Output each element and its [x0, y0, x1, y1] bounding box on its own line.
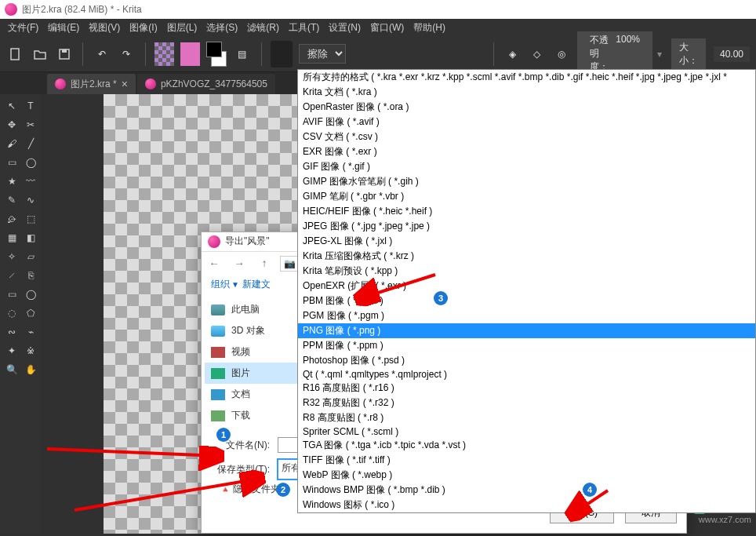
nav-back-button[interactable]: ← — [205, 254, 224, 273]
new-doc-button[interactable] — [6, 43, 24, 65]
nav-forward-button[interactable]: → — [230, 254, 249, 273]
format-option[interactable]: PBM 图像 ( *.pbm ) — [298, 294, 755, 308]
menu-view[interactable]: 视图(V) — [85, 20, 123, 36]
mirror-v-button[interactable]: ◇ — [528, 43, 546, 65]
new-folder-button[interactable]: 新建文 — [242, 278, 271, 291]
pattern-tool[interactable]: ▦ — [3, 229, 20, 246]
menu-file[interactable]: 文件(F) — [5, 20, 42, 36]
format-option[interactable]: TGA 图像 ( *.tga *.icb *.tpic *.vda *.vst … — [298, 438, 755, 453]
sel-magnetic-tool[interactable]: ⌁ — [22, 323, 39, 341]
freehand-tool[interactable]: ∿ — [22, 191, 39, 209]
sidebar-item-doc[interactable]: 文档 — [205, 384, 300, 405]
format-option[interactable]: Qt ( *.qml *.qmltypes *.qmlproject ) — [298, 368, 755, 381]
format-option[interactable]: OpenRaster 图像 ( *.ora ) — [298, 100, 755, 115]
size-value[interactable]: 40.00 — [714, 46, 750, 62]
format-option[interactable]: WebP 图像 ( *.webp ) — [298, 468, 755, 483]
expand-icon[interactable]: 🔺 — [220, 485, 230, 494]
ellipse-tool[interactable]: ◯ — [22, 154, 39, 171]
brush-tool[interactable]: 🖌 — [3, 135, 20, 152]
gradient-tool[interactable]: ◧ — [22, 229, 39, 246]
format-option[interactable]: PNG 图像 ( *.png ) — [298, 323, 755, 338]
reference-tool[interactable]: ⎘ — [22, 267, 39, 284]
menu-help[interactable]: 帮助(H) — [410, 20, 449, 36]
pattern-swatch[interactable] — [154, 42, 174, 66]
format-option[interactable]: R16 高度贴图 ( *.r16 ) — [298, 381, 755, 396]
format-option[interactable]: TIFF 图像 ( *.tif *.tiff ) — [298, 453, 755, 468]
open-button[interactable] — [31, 43, 49, 65]
sidebar-item-obj3d[interactable]: 3D 对象 — [205, 320, 300, 341]
menu-image[interactable]: 图像(I) — [126, 20, 160, 36]
menu-select[interactable]: 选择(S) — [203, 20, 241, 36]
transform-tool[interactable]: ✥ — [3, 116, 20, 133]
sidebar-item-video[interactable]: 视频 — [205, 341, 300, 363]
format-option[interactable]: GIF 图像 ( *.gif ) — [298, 159, 755, 174]
redo-button[interactable]: ↷ — [117, 43, 135, 65]
sel-free-tool[interactable]: ◌ — [3, 304, 20, 322]
path-tool[interactable]: 〰 — [22, 173, 39, 190]
format-option[interactable]: CSV 文档 ( *.csv ) — [298, 129, 755, 144]
close-icon[interactable]: × — [122, 78, 128, 90]
format-option[interactable]: EXR 图像 ( *.exr ) — [298, 144, 755, 159]
menu-filter[interactable]: 滤镜(R) — [244, 20, 282, 36]
file-format-dropdown-list[interactable]: 所有支持的格式 ( *.kra *.exr *.krz *.kpp *.scml… — [297, 69, 756, 513]
tab-doc-1[interactable]: 图片2.kra * × — [47, 74, 136, 94]
text-tool[interactable]: T — [22, 97, 39, 115]
format-option[interactable]: OpenEXR (扩展) ( *.exr ) — [298, 279, 755, 294]
pencil-tool[interactable]: ✎ — [3, 191, 20, 209]
format-option[interactable]: PPM 图像 ( *.ppm ) — [298, 338, 755, 353]
color-swatch[interactable] — [180, 42, 200, 66]
brush-preview[interactable] — [271, 41, 293, 67]
line-tool[interactable]: ╱ — [22, 135, 39, 152]
fill-tool[interactable]: ⬚ — [22, 210, 39, 228]
menu-window[interactable]: 窗口(W) — [367, 20, 407, 36]
tab-doc-2[interactable]: pKZhVOGZ_3477564505 — [137, 74, 275, 94]
format-option[interactable]: AVIF 图像 ( *.avif ) — [298, 115, 755, 129]
sidebar-item-image[interactable]: 图片 — [205, 363, 300, 384]
format-option[interactable]: PGM 图像 ( *.pgm ) — [298, 308, 755, 323]
format-option[interactable]: Krita 笔刷预设 ( *.kpp ) — [298, 264, 755, 279]
hide-folders-link[interactable]: 隐藏文件夹 — [233, 483, 280, 496]
format-option[interactable]: R32 高度贴图 ( *.r32 ) — [298, 396, 755, 410]
sidebar-item-download[interactable]: 下载 — [205, 405, 300, 426]
fg-bg-colors[interactable] — [206, 42, 227, 67]
wrap-button[interactable]: ◎ — [553, 43, 571, 65]
menu-tools[interactable]: 工具(T) — [285, 20, 322, 36]
format-option[interactable]: Spriter SCML ( *.scml ) — [298, 425, 755, 438]
sel-contig-tool[interactable]: ✦ — [3, 342, 20, 359]
sidebar-item-pc[interactable]: 此电脑 — [205, 299, 300, 320]
nav-up-button[interactable]: ↑ — [255, 254, 274, 273]
cursor-tool[interactable]: ↖ — [3, 97, 20, 115]
format-option[interactable]: Krita 文档 ( *.kra ) — [298, 85, 755, 100]
perspective-tool[interactable]: ▱ — [22, 248, 39, 265]
save-button[interactable] — [55, 43, 73, 65]
color-picker-tool[interactable]: ⌮ — [3, 210, 20, 228]
undo-button[interactable]: ↶ — [93, 43, 111, 65]
smart-tool[interactable]: ✧ — [3, 248, 20, 265]
format-option[interactable]: Krita 压缩图像格式 ( *.krz ) — [298, 249, 755, 264]
sel-bezier-tool[interactable]: ∾ — [3, 323, 20, 341]
location-icon[interactable]: 📷 — [280, 256, 299, 272]
rect-tool[interactable]: ▭ — [3, 154, 20, 171]
zoom-tool[interactable]: 🔍 — [3, 361, 20, 378]
format-option[interactable]: GIMP 图像水管笔刷 ( *.gih ) — [298, 174, 755, 189]
format-option[interactable]: GIMP 笔刷 ( *.gbr *.vbr ) — [298, 189, 755, 204]
measure-tool[interactable]: ⟋ — [3, 267, 20, 284]
format-option[interactable]: Windows 图标 ( *.ico ) — [298, 498, 755, 512]
sel-rect-tool[interactable]: ▭ — [3, 286, 20, 303]
format-option[interactable]: HEIC/HEIF 图像 ( *.heic *.heif ) — [298, 204, 755, 219]
menu-settings[interactable]: 设置(N) — [325, 20, 364, 36]
format-option[interactable]: JPEG 图像 ( *.jpg *.jpeg *.jpe ) — [298, 219, 755, 234]
menu-edit[interactable]: 编辑(E) — [45, 20, 82, 36]
format-option[interactable]: Photoshop 图像 ( *.psd ) — [298, 353, 755, 368]
gradient-tool-icon[interactable]: ▤ — [233, 43, 251, 65]
sel-similar-tool[interactable]: ※ — [22, 342, 39, 359]
format-option[interactable]: 所有支持的格式 ( *.kra *.exr *.krz *.kpp *.scml… — [298, 70, 755, 85]
star-tool[interactable]: ★ — [3, 173, 20, 190]
pan-tool[interactable]: ✋ — [22, 361, 39, 378]
format-option[interactable]: Windows BMP 图像 ( *.bmp *.dib ) — [298, 483, 755, 498]
sel-ellipse-tool[interactable]: ◯ — [22, 286, 39, 303]
sel-poly-tool[interactable]: ⬠ — [22, 304, 39, 322]
format-option[interactable]: R8 高度贴图 ( *.r8 ) — [298, 410, 755, 425]
menu-layer[interactable]: 图层(L) — [164, 20, 201, 36]
blend-mode-select[interactable]: 擦除 — [299, 44, 346, 64]
